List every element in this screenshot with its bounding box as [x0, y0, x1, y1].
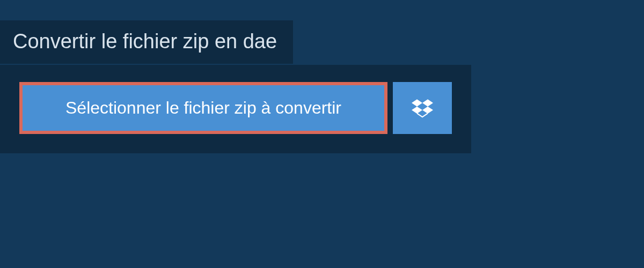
bottom-area [0, 153, 644, 260]
header-strip [0, 0, 644, 20]
upload-panel: Sélectionner le fichier zip à convertir [0, 65, 471, 153]
page-title-tab: Convertir le fichier zip en dae [0, 20, 293, 64]
select-file-label: Sélectionner le fichier zip à convertir [65, 98, 341, 117]
select-file-highlight-wrap: Sélectionner le fichier zip à convertir [19, 82, 387, 134]
page-title: Convertir le fichier zip en dae [13, 30, 277, 53]
select-file-button[interactable]: Sélectionner le fichier zip à convertir [23, 85, 384, 131]
dropbox-button[interactable] [393, 82, 452, 134]
dropbox-icon [412, 98, 433, 119]
